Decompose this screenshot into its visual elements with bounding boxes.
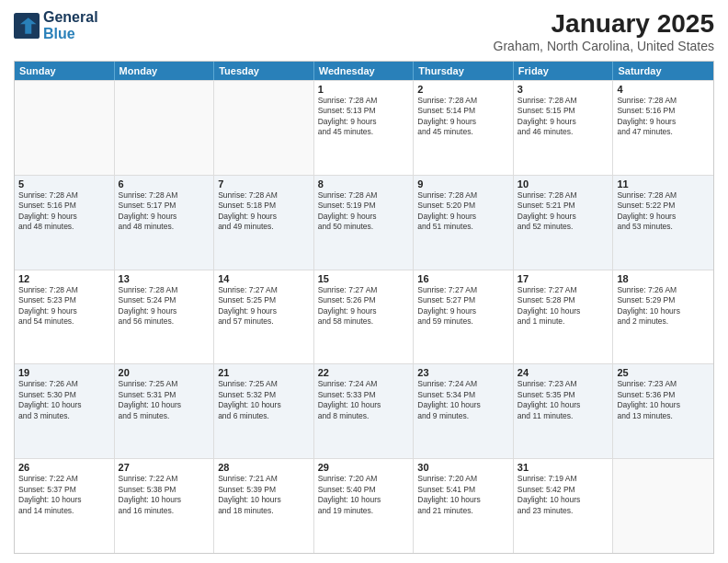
calendar-cell-12: 12Sunrise: 7:28 AM Sunset: 5:23 PM Dayli…: [15, 270, 115, 364]
day-info: Sunrise: 7:28 AM Sunset: 5:16 PM Dayligh…: [18, 190, 110, 233]
day-number: 4: [617, 84, 710, 95]
day-number: 27: [119, 462, 210, 473]
calendar-row-2: 12Sunrise: 7:28 AM Sunset: 5:23 PM Dayli…: [15, 270, 713, 364]
day-info: Sunrise: 7:28 AM Sunset: 5:18 PM Dayligh…: [218, 190, 310, 233]
calendar-cell-14: 14Sunrise: 7:27 AM Sunset: 5:25 PM Dayli…: [214, 270, 314, 364]
day-info: Sunrise: 7:20 AM Sunset: 5:41 PM Dayligh…: [417, 474, 509, 516]
day-number: 23: [417, 367, 509, 378]
calendar-cell-3: 3Sunrise: 7:28 AM Sunset: 5:15 PM Daylig…: [514, 81, 614, 175]
day-number: 16: [417, 273, 509, 284]
calendar: SundayMondayTuesdayWednesdayThursdayFrid…: [14, 61, 714, 554]
header-day-tuesday: Tuesday: [214, 62, 314, 80]
day-number: 8: [318, 178, 410, 190]
day-number: 6: [119, 178, 210, 190]
calendar-cell-20: 20Sunrise: 7:25 AM Sunset: 5:31 PM Dayli…: [115, 364, 215, 458]
calendar-row-0: 1Sunrise: 7:28 AM Sunset: 5:13 PM Daylig…: [15, 80, 713, 175]
day-number: 3: [518, 84, 609, 95]
calendar-cell-24: 24Sunrise: 7:23 AM Sunset: 5:35 PM Dayli…: [514, 364, 614, 458]
day-number: 24: [518, 367, 609, 378]
calendar-cell-11: 11Sunrise: 7:28 AM Sunset: 5:22 PM Dayli…: [613, 176, 713, 270]
header-day-thursday: Thursday: [414, 62, 514, 80]
day-info: Sunrise: 7:27 AM Sunset: 5:28 PM Dayligh…: [518, 285, 609, 327]
day-info: Sunrise: 7:22 AM Sunset: 5:37 PM Dayligh…: [18, 474, 110, 516]
title-section: January 2025 Graham, North Carolina, Uni…: [494, 9, 714, 53]
calendar-cell-6: 6Sunrise: 7:28 AM Sunset: 5:17 PM Daylig…: [115, 176, 215, 270]
calendar-cell-13: 13Sunrise: 7:28 AM Sunset: 5:24 PM Dayli…: [115, 270, 215, 364]
day-number: 10: [518, 178, 609, 190]
day-info: Sunrise: 7:22 AM Sunset: 5:38 PM Dayligh…: [119, 474, 210, 516]
day-number: 7: [218, 178, 310, 190]
calendar-cell-9: 9Sunrise: 7:28 AM Sunset: 5:20 PM Daylig…: [414, 176, 514, 270]
day-info: Sunrise: 7:28 AM Sunset: 5:24 PM Dayligh…: [119, 285, 210, 327]
calendar-cell-4: 4Sunrise: 7:28 AM Sunset: 5:16 PM Daylig…: [613, 81, 713, 175]
day-number: 28: [218, 462, 310, 473]
day-number: 21: [218, 367, 310, 378]
day-number: 31: [518, 462, 609, 473]
day-number: 5: [18, 178, 110, 190]
header-day-friday: Friday: [514, 62, 614, 80]
day-info: Sunrise: 7:27 AM Sunset: 5:26 PM Dayligh…: [318, 285, 410, 327]
calendar-cell-27: 27Sunrise: 7:22 AM Sunset: 5:38 PM Dayli…: [115, 459, 215, 553]
calendar-body: 1Sunrise: 7:28 AM Sunset: 5:13 PM Daylig…: [15, 80, 713, 553]
day-number: 1: [318, 84, 410, 95]
logo-text: General Blue: [43, 9, 98, 41]
day-number: 26: [18, 462, 110, 473]
calendar-row-3: 19Sunrise: 7:26 AM Sunset: 5:30 PM Dayli…: [15, 363, 713, 458]
day-info: Sunrise: 7:28 AM Sunset: 5:17 PM Dayligh…: [119, 190, 210, 233]
calendar-cell-31: 31Sunrise: 7:19 AM Sunset: 5:42 PM Dayli…: [514, 459, 614, 553]
calendar-cell-8: 8Sunrise: 7:28 AM Sunset: 5:19 PM Daylig…: [314, 176, 415, 270]
day-info: Sunrise: 7:25 AM Sunset: 5:31 PM Dayligh…: [119, 379, 210, 421]
page: General Blue January 2025 Graham, North …: [0, 0, 728, 563]
calendar-cell-16: 16Sunrise: 7:27 AM Sunset: 5:27 PM Dayli…: [414, 270, 514, 364]
day-info: Sunrise: 7:27 AM Sunset: 5:25 PM Dayligh…: [218, 285, 310, 327]
day-info: Sunrise: 7:28 AM Sunset: 5:22 PM Dayligh…: [617, 190, 710, 233]
header: General Blue January 2025 Graham, North …: [14, 9, 714, 53]
subtitle: Graham, North Carolina, United States: [494, 39, 714, 53]
day-info: Sunrise: 7:28 AM Sunset: 5:14 PM Dayligh…: [417, 96, 509, 138]
day-number: 29: [318, 462, 410, 473]
logo-icon: [14, 13, 40, 39]
calendar-cell-1: 1Sunrise: 7:28 AM Sunset: 5:13 PM Daylig…: [314, 81, 415, 175]
calendar-cell-22: 22Sunrise: 7:24 AM Sunset: 5:33 PM Dayli…: [314, 364, 415, 458]
calendar-row-1: 5Sunrise: 7:28 AM Sunset: 5:16 PM Daylig…: [15, 175, 713, 270]
day-info: Sunrise: 7:23 AM Sunset: 5:35 PM Dayligh…: [518, 379, 609, 421]
calendar-cell-7: 7Sunrise: 7:28 AM Sunset: 5:18 PM Daylig…: [214, 176, 314, 270]
day-info: Sunrise: 7:26 AM Sunset: 5:30 PM Dayligh…: [18, 379, 110, 421]
calendar-cell-empty: [15, 81, 115, 175]
header-day-wednesday: Wednesday: [314, 62, 415, 80]
calendar-cell-19: 19Sunrise: 7:26 AM Sunset: 5:30 PM Dayli…: [15, 364, 115, 458]
calendar-cell-empty: [115, 81, 215, 175]
day-info: Sunrise: 7:20 AM Sunset: 5:40 PM Dayligh…: [318, 474, 410, 516]
day-info: Sunrise: 7:23 AM Sunset: 5:36 PM Dayligh…: [617, 379, 710, 421]
day-number: 11: [617, 178, 710, 190]
calendar-cell-29: 29Sunrise: 7:20 AM Sunset: 5:40 PM Dayli…: [314, 459, 415, 553]
day-info: Sunrise: 7:19 AM Sunset: 5:42 PM Dayligh…: [518, 474, 609, 516]
day-info: Sunrise: 7:25 AM Sunset: 5:32 PM Dayligh…: [218, 379, 310, 421]
calendar-cell-empty: [613, 459, 713, 553]
calendar-cell-17: 17Sunrise: 7:27 AM Sunset: 5:28 PM Dayli…: [514, 270, 614, 364]
day-number: 19: [18, 367, 110, 378]
calendar-cell-10: 10Sunrise: 7:28 AM Sunset: 5:21 PM Dayli…: [514, 176, 614, 270]
calendar-cell-empty: [214, 81, 314, 175]
day-number: 30: [417, 462, 509, 473]
logo: General Blue: [14, 9, 98, 41]
day-number: 9: [417, 178, 509, 190]
day-number: 15: [318, 273, 410, 284]
day-info: Sunrise: 7:24 AM Sunset: 5:33 PM Dayligh…: [318, 379, 410, 421]
day-info: Sunrise: 7:28 AM Sunset: 5:15 PM Dayligh…: [518, 96, 609, 138]
day-info: Sunrise: 7:26 AM Sunset: 5:29 PM Dayligh…: [617, 285, 710, 327]
day-info: Sunrise: 7:28 AM Sunset: 5:20 PM Dayligh…: [417, 190, 509, 233]
calendar-cell-2: 2Sunrise: 7:28 AM Sunset: 5:14 PM Daylig…: [414, 81, 514, 175]
day-number: 18: [617, 273, 710, 284]
header-day-sunday: Sunday: [15, 62, 115, 80]
calendar-cell-25: 25Sunrise: 7:23 AM Sunset: 5:36 PM Dayli…: [613, 364, 713, 458]
calendar-cell-15: 15Sunrise: 7:27 AM Sunset: 5:26 PM Dayli…: [314, 270, 415, 364]
header-day-saturday: Saturday: [613, 62, 713, 80]
day-number: 13: [119, 273, 210, 284]
day-info: Sunrise: 7:28 AM Sunset: 5:19 PM Dayligh…: [318, 190, 410, 233]
day-number: 2: [417, 84, 509, 95]
calendar-cell-23: 23Sunrise: 7:24 AM Sunset: 5:34 PM Dayli…: [414, 364, 514, 458]
header-day-monday: Monday: [115, 62, 215, 80]
calendar-header: SundayMondayTuesdayWednesdayThursdayFrid…: [15, 62, 713, 80]
calendar-row-4: 26Sunrise: 7:22 AM Sunset: 5:37 PM Dayli…: [15, 458, 713, 553]
